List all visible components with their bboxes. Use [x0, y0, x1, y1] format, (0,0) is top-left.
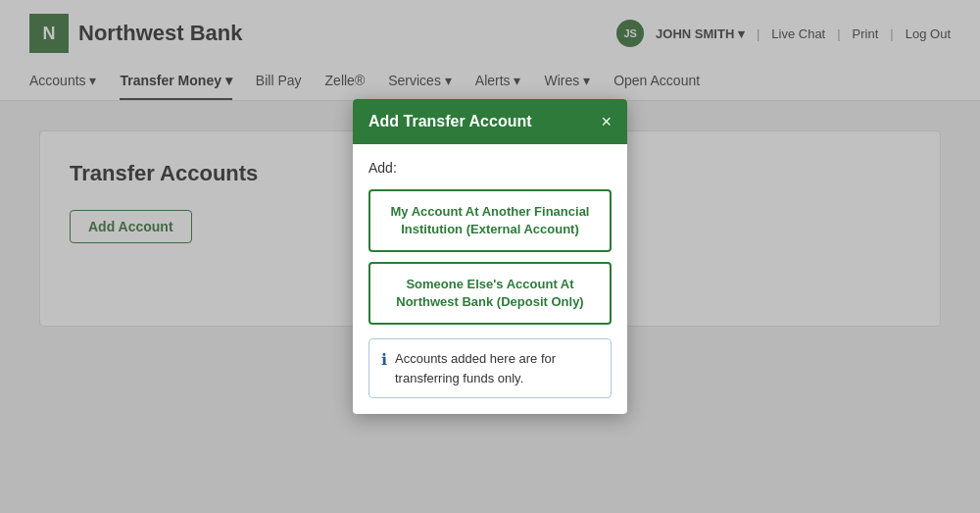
modal-header: Add Transfer Account ×	[353, 99, 627, 144]
modal-overlay: Add Transfer Account × Add: My Account A…	[0, 0, 980, 513]
modal-option-external-account[interactable]: My Account At Another Financial Institut…	[368, 189, 612, 252]
info-icon: ℹ	[381, 350, 387, 369]
modal-info-box: ℹ Accounts added here are for transferri…	[368, 338, 612, 398]
modal-option-someone-else[interactable]: Someone Else's Account At Northwest Bank…	[368, 262, 612, 325]
modal-body: Add: My Account At Another Financial Ins…	[353, 144, 627, 415]
add-transfer-account-modal: Add Transfer Account × Add: My Account A…	[353, 99, 627, 415]
modal-title: Add Transfer Account	[368, 113, 532, 130]
modal-add-label: Add:	[368, 160, 612, 176]
modal-close-button[interactable]: ×	[601, 113, 612, 130]
modal-info-text: Accounts added here are for transferring…	[395, 349, 599, 387]
